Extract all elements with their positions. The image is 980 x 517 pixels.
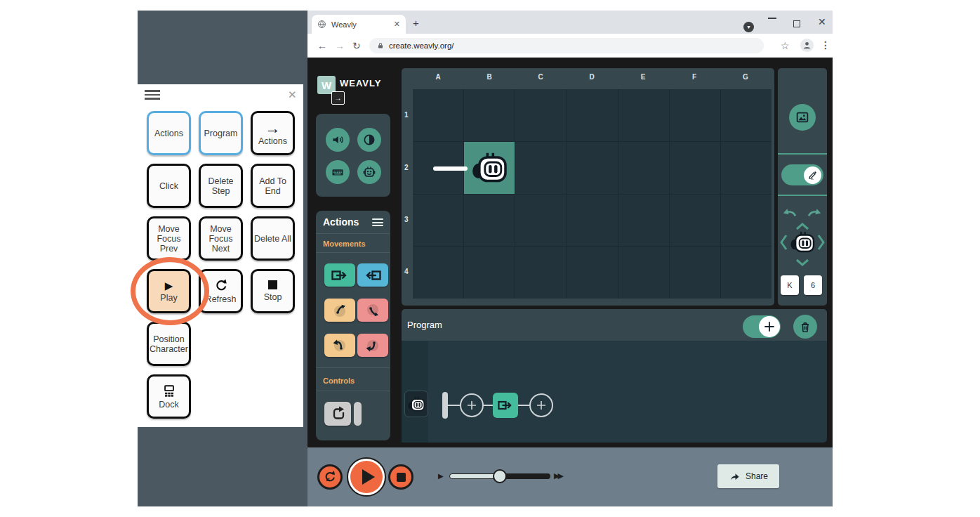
grid-cell-B2-character[interactable]	[464, 142, 515, 194]
character-path-trail	[433, 166, 468, 171]
overlay-close-icon[interactable]: ✕	[288, 89, 297, 100]
right-arrow-icon: →	[265, 121, 281, 136]
bookmark-star-icon[interactable]: ☆	[781, 41, 790, 51]
browser-profile-avatar[interactable]	[800, 39, 814, 52]
background-image-button[interactable]	[789, 104, 816, 131]
scene-column-header: E	[636, 73, 650, 81]
turn-right-90-block[interactable]	[357, 334, 388, 357]
globe-favicon	[317, 20, 326, 29]
overlay-delete-all-button[interactable]: Delete All	[251, 216, 295, 261]
grid-cell-F1	[670, 89, 720, 141]
divider	[778, 195, 827, 196]
grid-cell-B3	[464, 195, 515, 247]
overlay-click-button[interactable]: Click	[147, 164, 191, 208]
overlay-play-label: Play	[160, 293, 177, 303]
rotate-right-icon	[807, 208, 822, 218]
forward-arrow-icon	[331, 268, 349, 283]
grid-cell-C2	[515, 142, 566, 194]
overlay-goto-actions-label: Actions	[258, 136, 287, 146]
overlay-goto-actions-button[interactable]: → Actions	[251, 111, 295, 155]
move-backward-block[interactable]	[357, 263, 388, 287]
lock-icon	[376, 41, 385, 50]
speed-slider-thumb[interactable]	[493, 469, 507, 483]
play-program-button[interactable]	[347, 457, 386, 497]
character-select-button[interactable]	[357, 160, 381, 184]
browser-back-button[interactable]: ←	[317, 41, 327, 51]
sequence-connector	[518, 405, 529, 406]
turn-left-90-block[interactable]	[324, 334, 355, 357]
browser-forward-button[interactable]: →	[335, 41, 345, 51]
browser-tab[interactable]: Weavly ✕	[312, 15, 406, 34]
theme-contrast-button[interactable]	[357, 128, 381, 152]
browser-reload-button[interactable]: ↻	[352, 41, 361, 51]
actions-panel-menu-icon[interactable]	[372, 218, 383, 226]
scene-grid	[413, 89, 772, 299]
add-step-button-1[interactable]	[460, 393, 484, 417]
turn-character-left-button[interactable]	[782, 208, 797, 221]
scene-row-header: 1	[404, 111, 409, 119]
overlay-stop-label: Stop	[264, 292, 282, 302]
browser-menu-icon[interactable]: ⋮	[821, 40, 830, 50]
program-character-button[interactable]	[404, 391, 428, 417]
window-close-button[interactable]: ✕	[818, 17, 826, 27]
weavly-logo-arrow-icon: →	[331, 91, 345, 105]
overlay-move-focus-next-button[interactable]: Move Focus Next	[199, 216, 243, 261]
overlay-play-button[interactable]: ▶ Play	[147, 269, 191, 313]
overlay-delete-step-label: Delete Step	[201, 176, 240, 196]
add-node-toggle[interactable]	[743, 315, 781, 338]
window-maximize-button[interactable]	[793, 20, 800, 27]
grid-cell-F4	[670, 247, 720, 299]
add-step-button-2[interactable]	[529, 393, 553, 417]
overlay-stop-button[interactable]: Stop	[251, 269, 295, 313]
overlay-refresh-button[interactable]: Refresh	[199, 269, 243, 313]
grid-cell-D3	[567, 195, 617, 247]
stop-program-button[interactable]	[388, 464, 413, 490]
overlay-delete-step-button[interactable]: Delete Step	[199, 164, 243, 208]
pen-toggle[interactable]	[781, 164, 823, 185]
character-column-input[interactable]: K	[781, 275, 799, 295]
overlay-menu-icon[interactable]	[145, 90, 160, 100]
extension-icon[interactable]: ▼	[743, 22, 754, 32]
speed-slider-track-right[interactable]	[500, 473, 550, 479]
loop-end-block[interactable]	[354, 402, 362, 426]
play-triangle-icon	[362, 469, 375, 485]
move-character-right-button[interactable]	[817, 234, 825, 254]
program-step-forward-block[interactable]	[493, 393, 518, 418]
turn-left-45-icon	[331, 302, 348, 319]
address-bar[interactable]: create.weavly.org/	[369, 38, 764, 53]
tab-close-icon[interactable]: ✕	[394, 20, 400, 29]
overlay-move-focus-prev-label: Move Focus Prev	[150, 224, 188, 254]
overlay-actions-button[interactable]: Actions	[147, 111, 191, 155]
play-icon: ▶	[165, 280, 173, 291]
movements-section-label: Movements	[323, 240, 366, 248]
refresh-scene-button[interactable]	[317, 464, 343, 490]
turn-character-right-button[interactable]	[807, 208, 822, 221]
overlay-position-character-button[interactable]: Position Character	[147, 322, 191, 366]
logo-arrow-glyph: →	[335, 94, 342, 102]
move-forward-block[interactable]	[324, 263, 355, 287]
window-minimize-button[interactable]	[768, 18, 776, 19]
overlay-add-to-end-button[interactable]: Add To End	[251, 164, 295, 208]
turn-right-45-block[interactable]	[357, 299, 388, 322]
overlay-move-focus-prev-button[interactable]: Move Focus Prev	[147, 216, 191, 261]
move-character-down-button[interactable]	[795, 256, 809, 269]
sequence-connector	[484, 405, 493, 406]
divider	[316, 252, 390, 253]
turn-left-45-block[interactable]	[324, 299, 355, 322]
image-icon	[795, 110, 810, 125]
grid-cell-E1	[618, 89, 669, 141]
speed-slow-icon: ▶	[438, 473, 444, 480]
overlay-dock-button[interactable]: Dock	[147, 374, 191, 419]
move-character-left-button[interactable]	[780, 234, 788, 254]
keyboard-shortcuts-button[interactable]	[326, 160, 350, 184]
share-button[interactable]: Share	[717, 464, 779, 488]
plus-icon	[465, 399, 478, 412]
audio-feedback-button[interactable]	[326, 128, 350, 152]
loop-block[interactable]	[324, 402, 351, 426]
character-row-input[interactable]: 6	[804, 275, 822, 295]
new-tab-button[interactable]: +	[413, 18, 419, 28]
overlay-program-button[interactable]: Program	[199, 111, 243, 155]
speaker-icon	[331, 133, 345, 147]
delete-program-button[interactable]	[793, 315, 817, 339]
grid-cell-B4	[464, 247, 515, 299]
